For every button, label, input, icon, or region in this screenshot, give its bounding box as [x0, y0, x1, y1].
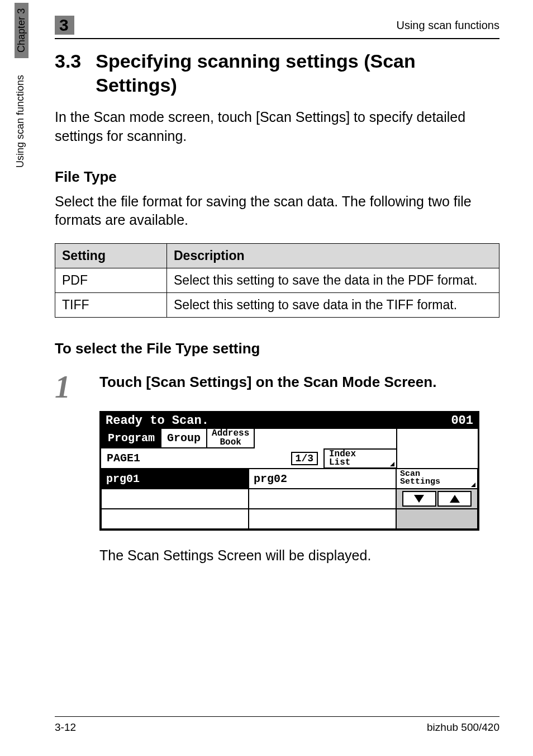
- program-slot-empty[interactable]: [248, 508, 397, 530]
- arrow-up-icon: [450, 495, 460, 503]
- program-slot-prg01[interactable]: prg01: [101, 468, 249, 489]
- model-name: bizhub 500/420: [427, 721, 499, 734]
- setting-desc: Select this setting to save data in the …: [167, 293, 499, 318]
- setting-name: PDF: [55, 268, 167, 293]
- step-text: Touch [Scan Settings] on the Scan Mode S…: [99, 373, 436, 401]
- program-slot-empty[interactable]: [101, 488, 249, 509]
- counter: 001: [451, 414, 473, 428]
- filetype-table: Setting Description PDF Select this sett…: [55, 243, 499, 318]
- arrow-down-icon: [414, 495, 424, 503]
- setting-name: TIFF: [55, 293, 167, 318]
- page-label: PAGE1: [107, 452, 140, 465]
- page-header: 3 Using scan functions: [55, 16, 499, 39]
- scroll-arrows: [396, 488, 478, 509]
- running-head: Using scan functions: [396, 19, 499, 32]
- step-1: 1 Touch [Scan Settings] on the Scan Mode…: [55, 373, 499, 401]
- chapter-number: 3: [55, 16, 74, 35]
- scan-mode-screen: Ready to Scan. 001 Program Group Address…: [99, 411, 479, 531]
- program-slot-prg02[interactable]: prg02: [248, 468, 397, 489]
- side-section-label: Using scan functions: [15, 75, 28, 168]
- step-result: The Scan Settings Screen will be display…: [99, 547, 499, 564]
- setting-desc: Select this setting to save the data in …: [167, 268, 499, 293]
- status-text: Ready to Scan.: [106, 414, 209, 428]
- program-slot-empty[interactable]: [101, 508, 249, 530]
- program-slot-empty[interactable]: [248, 488, 397, 509]
- procedure-heading: To select the File Type setting: [55, 340, 499, 357]
- page-indicator: 1/3: [291, 452, 318, 465]
- scroll-up-button[interactable]: [437, 491, 472, 507]
- index-list-button[interactable]: Index List: [323, 448, 396, 469]
- side-chapter-label: Chapter 3: [15, 3, 28, 58]
- section-title: 3.3 Specifying scanning settings (Scan S…: [55, 49, 499, 97]
- col-setting: Setting: [55, 244, 167, 268]
- col-description: Description: [167, 244, 499, 268]
- scroll-down-button[interactable]: [402, 491, 436, 507]
- page-footer: 3-12 bizhub 500/420: [55, 716, 499, 734]
- section-intro: In the Scan mode screen, touch [Scan Set…: [55, 108, 499, 146]
- tab-program[interactable]: Program: [101, 429, 161, 448]
- tab-address-book[interactable]: Address Book: [206, 429, 255, 448]
- table-row: TIFF Select this setting to save data in…: [55, 293, 499, 318]
- section-number: 3.3: [55, 49, 81, 97]
- page-number: 3-12: [55, 721, 76, 734]
- filetype-heading: File Type: [55, 168, 499, 186]
- tab-group[interactable]: Group: [160, 429, 207, 448]
- table-row: PDF Select this setting to save the data…: [55, 268, 499, 293]
- filetype-desc: Select the file format for saving the sc…: [55, 192, 499, 230]
- section-heading: Specifying scanning settings (Scan Setti…: [96, 49, 499, 97]
- scan-settings-button[interactable]: Scan Settings: [396, 468, 478, 489]
- blank-area: [396, 508, 478, 530]
- step-number: 1: [55, 373, 84, 401]
